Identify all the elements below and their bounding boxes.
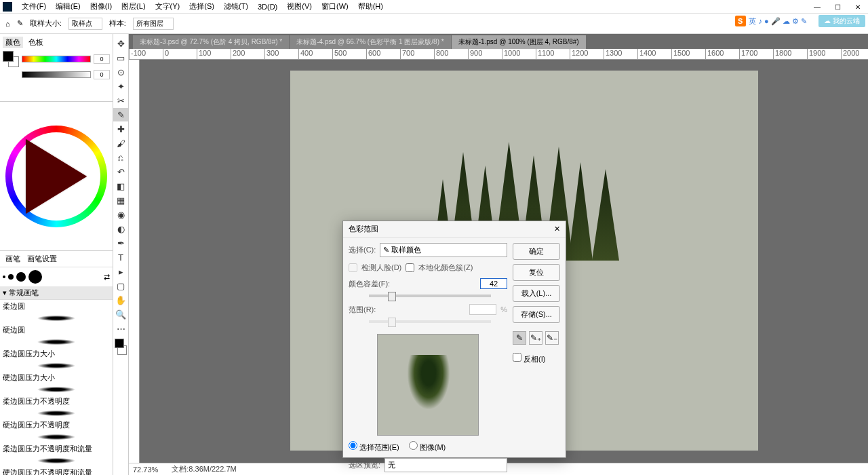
eraser-tool[interactable]: ◧ [113,179,128,193]
sogou-logo-icon[interactable]: S [735,16,746,26]
localize-label: 本地化颜色簇(Z) [418,263,473,273]
healing-tool[interactable]: ✚ [113,122,128,136]
eyedropper-minus-icon[interactable]: ✎₋ [545,331,559,345]
maximize-button[interactable]: ☐ [827,0,848,14]
radio-selection[interactable]: 选择范围(E) [349,441,399,453]
hue-value[interactable] [94,54,110,64]
gradient-tool[interactable]: ▦ [113,193,128,207]
range-slider [369,320,491,323]
fg-bg-swatch[interactable] [3,51,19,67]
range-input [469,304,496,315]
brush-item[interactable]: 硬边圆压力不透明度和流量 [0,466,113,475]
hand-tool[interactable]: ✋ [113,293,128,307]
magic-wand-tool[interactable]: ✦ [113,79,128,93]
zoom-tool[interactable]: 🔍 [113,307,128,321]
eyedropper-plus-icon[interactable]: ✎₊ [529,331,542,345]
brush-item[interactable]: 柔边圆 [0,300,113,313]
sample-select[interactable]: 所有图层 [133,18,174,30]
brightness-slider[interactable] [22,71,91,78]
brush-item[interactable]: 柔边圆压力不透明度 [0,395,113,408]
tab-brush-settings[interactable]: 画笔设置 [24,252,60,265]
tab-swatches[interactable]: 色板 [26,37,46,48]
eyedropper-tool[interactable]: ✎ [113,108,128,121]
preview-dropdown[interactable]: 无 [384,458,507,472]
color-range-dialog: 色彩范围 ✕ 选择(C): ✎ 取样颜色 检测人脸(D) 本地化颜色簇(Z) 颜… [342,221,566,458]
brush-item[interactable]: 硬边圆压力大小 [0,371,113,384]
load-button[interactable]: 载入(L)... [513,285,560,302]
tab-color[interactable]: 颜色 [3,37,23,48]
doc-size: 文档:8.36M/222.7M [172,464,236,474]
save-button[interactable]: 存储(S)... [513,306,560,323]
crop-tool[interactable]: ✂ [113,94,128,107]
radio-image[interactable]: 图像(M) [409,441,446,453]
edit-toolbar[interactable]: ⋯ [113,322,128,335]
tool-fg-bg[interactable] [113,339,128,356]
tab-brush[interactable]: 画笔 [3,252,23,265]
lasso-tool[interactable]: ⊙ [113,65,128,79]
menu-image[interactable]: 图像(I) [86,0,116,13]
cancel-button[interactable]: 复位 [513,264,560,281]
sample-size-label: 取样大小: [30,18,62,28]
brush-item[interactable]: 柔边圆压力大小 [0,347,113,360]
fuzziness-input[interactable] [480,278,507,289]
menu-select[interactable]: 选择(S) [185,0,218,13]
brush-item[interactable]: 硬边圆 [0,324,113,337]
fuzziness-slider[interactable] [369,294,491,297]
fuzziness-label: 颜色容差(F): [349,279,390,289]
ok-button[interactable]: 确定 [513,243,560,260]
brush-size-preview: ⇄ [0,267,113,286]
color-panel: 颜色 色板 [0,34,113,102]
menu-edit[interactable]: 编辑(E) [52,0,85,13]
zoom-level[interactable]: 72.73% [133,466,158,474]
invert-check[interactable]: 反相(I) [513,353,560,364]
brightness-value[interactable] [94,70,110,79]
preview-image[interactable] [377,334,479,436]
move-tool[interactable]: ✥ [113,37,128,50]
color-wheel-panel[interactable] [0,102,113,251]
brush-list[interactable]: ▾ 常规画笔 柔边圆硬边圆柔边圆压力大小硬边圆压力大小柔边圆压力不透明度硬边圆压… [0,286,113,475]
path-select-tool[interactable]: ▸ [113,265,128,278]
brush-flip-icon[interactable]: ⇄ [104,273,110,282]
dialog-close-icon[interactable]: ✕ [554,225,560,233]
menu-help[interactable]: 帮助(H) [354,0,387,13]
minimize-button[interactable]: — [807,0,827,14]
window-controls: — ☐ ✕ [807,0,868,14]
blur-tool[interactable]: ◉ [113,208,128,221]
brush-item[interactable]: 柔边圆压力不透明度和流量 [0,442,113,455]
ime-icons[interactable]: ♪ ● 🎤 ☁ ⚙ ✎ [759,17,807,26]
history-brush-tool[interactable]: ↶ [113,165,128,178]
menu-filter[interactable]: 滤镜(T) [220,0,252,13]
eyedropper-icon[interactable]: ✎ [513,331,526,345]
stamp-tool[interactable]: ⎌ [113,151,128,164]
cloud-button[interactable]: ☁ 我的云端 [818,15,865,27]
menu-type[interactable]: 文字(Y) [151,0,184,13]
home-icon[interactable]: ⌂ [5,20,10,28]
ruler-horizontal: -100010020030040050060070080090010001100… [129,49,868,60]
ruler-vertical [129,60,140,463]
menu-layer[interactable]: 图层(L) [117,0,149,13]
menu-window[interactable]: 窗口(W) [317,0,353,13]
doc-tab[interactable]: 未标题-4.psd @ 66.7% (色彩平衡 1 图层蒙版/8) * [290,35,450,49]
range-label: 范围(R): [349,305,376,315]
ime-lang[interactable]: 英 [749,16,756,26]
menu-file[interactable]: 文件(F) [18,0,50,13]
pen-tool[interactable]: ✒ [113,236,128,250]
sample-size-select[interactable]: 取样点 [68,18,102,30]
brush-group[interactable]: ▾ 常规画笔 [0,286,113,300]
dodge-tool[interactable]: ◐ [113,222,128,235]
close-button[interactable]: ✕ [848,0,868,14]
menu-view[interactable]: 视图(V) [283,0,316,13]
hue-slider[interactable] [22,56,91,62]
shape-tool[interactable]: ▢ [113,279,128,292]
document-tabs: 未标题-3.psd @ 72.7% (色阶 4 拷贝, RGB/8#) * 未标… [129,34,868,49]
doc-tab[interactable]: 未标题-3.psd @ 72.7% (色阶 4 拷贝, RGB/8#) * [133,35,289,49]
menu-3d[interactable]: 3D(D) [254,1,281,12]
localize-check[interactable] [406,263,414,272]
doc-tab[interactable]: 未标题-1.psd @ 100% (图层 4, RGB/8#) [452,35,586,49]
select-dropdown[interactable]: ✎ 取样颜色 [380,243,507,257]
sample-label: 样本: [109,18,126,28]
type-tool[interactable]: T [113,250,128,264]
brush-tool[interactable]: 🖌 [113,136,128,150]
brush-item[interactable]: 硬边圆压力不透明度 [0,419,113,432]
marquee-tool[interactable]: ▭ [113,51,128,64]
